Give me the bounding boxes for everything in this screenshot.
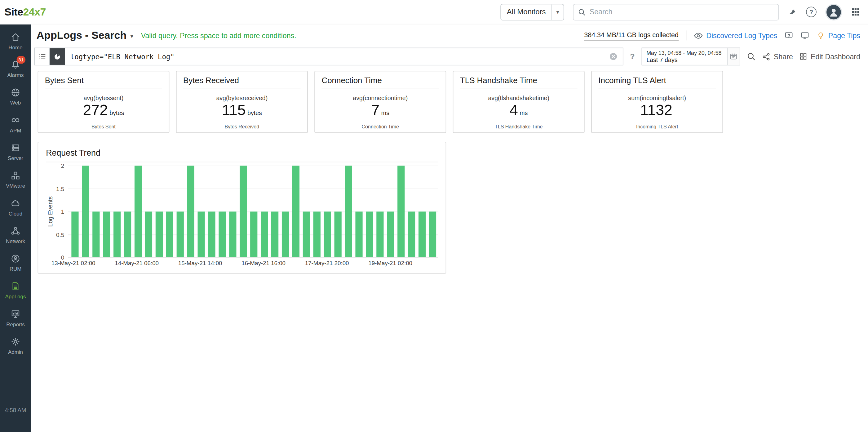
chart-bar[interactable] <box>250 211 257 257</box>
date-range-value: May 13, 04:58 - May 20, 04:58 <box>646 50 725 56</box>
query-help-icon[interactable]: ? <box>630 52 634 61</box>
date-range-picker[interactable]: May 13, 04:58 - May 20, 04:58 Last 7 day… <box>641 48 740 65</box>
chart-bar[interactable] <box>355 211 362 257</box>
share-icon <box>762 53 770 61</box>
user-avatar[interactable] <box>825 4 842 21</box>
all-monitors-dropdown[interactable]: All Monitors ▾ <box>501 4 564 21</box>
global-search-box[interactable] <box>573 4 779 21</box>
sidebar-item-reports[interactable]: Reports <box>0 304 31 332</box>
chart-bar[interactable] <box>292 165 300 257</box>
chart-bar[interactable] <box>418 211 426 257</box>
chart-bar[interactable] <box>366 211 373 257</box>
page-title-dropdown[interactable]: AppLogs - Search ▾ <box>37 29 133 41</box>
stat-card-connection-time[interactable]: Connection Time avg(connectiontime) 7 ms… <box>314 71 446 133</box>
chart-area: Log Events 21.510.50 13-May-21 02:0014-M… <box>46 165 438 269</box>
sidebar-item-label: Server <box>8 155 23 161</box>
chart-bar[interactable] <box>156 211 163 257</box>
stat-card-bytes-received[interactable]: Bytes Received avg(bytesreceived) 115 by… <box>176 71 308 133</box>
chart-bar[interactable] <box>282 211 289 257</box>
clear-query-icon[interactable] <box>609 52 618 61</box>
display-icon[interactable] <box>800 31 809 40</box>
sidebar-item-home[interactable]: Home <box>0 27 31 55</box>
chart-bar[interactable] <box>313 211 320 257</box>
topbar-right-cluster: All Monitors ▾ ? <box>501 4 860 21</box>
discovered-log-types-link[interactable]: Discovered Log Types <box>693 31 777 40</box>
query-input[interactable]: logtype="ELB Network Log" <box>70 53 609 61</box>
sidebar-item-alarms[interactable]: 31 Alarms <box>0 55 31 83</box>
edit-dashboard-button[interactable]: Edit Dashboard <box>800 53 860 61</box>
chart-bar[interactable] <box>408 211 415 257</box>
home-dashboard-icon[interactable] <box>785 31 794 40</box>
sidebar-item-rum[interactable]: RUM <box>0 249 31 276</box>
alarm-count-badge: 31 <box>17 56 26 64</box>
sidebar-item-server[interactable]: Server <box>0 138 31 165</box>
help-icon[interactable]: ? <box>806 6 816 17</box>
page-tips-button[interactable]: Page Tips <box>816 31 860 40</box>
chart-bar[interactable] <box>197 211 205 257</box>
chart-bar[interactable] <box>240 165 247 257</box>
infinity-icon <box>10 115 21 125</box>
chart-bar[interactable] <box>271 211 278 257</box>
stat-card-bytes-sent[interactable]: Bytes Sent avg(bytessent) 272 bytes Byte… <box>37 71 169 133</box>
chart-bar[interactable] <box>397 165 405 257</box>
chart-bar[interactable] <box>177 211 184 257</box>
chart-xtick-label: 17-May-21 20:00 <box>305 259 349 266</box>
stat-value: 7 <box>371 102 380 119</box>
chart-bar[interactable] <box>187 165 194 257</box>
chart-bar[interactable] <box>134 165 142 257</box>
chart-bar[interactable] <box>103 211 110 257</box>
sidebar-item-apm[interactable]: APM <box>0 110 31 138</box>
chart-bar[interactable] <box>261 211 268 257</box>
sidebar-item-label: Admin <box>8 349 23 355</box>
chart-bar[interactable] <box>208 211 215 257</box>
chart-bar[interactable] <box>324 211 331 257</box>
chart-bar[interactable] <box>387 211 394 257</box>
report-chart-icon <box>10 309 21 319</box>
chart-bar[interactable] <box>303 211 310 257</box>
stat-value: 1132 <box>640 102 672 119</box>
whats-new-icon[interactable] <box>788 7 797 17</box>
sidebar-item-network[interactable]: Network <box>0 221 31 248</box>
chart-bar[interactable] <box>71 211 79 257</box>
chart-bar[interactable] <box>145 211 152 257</box>
site24x7-logo[interactable]: Site24x7 <box>4 6 45 18</box>
chart-bar[interactable] <box>335 211 342 257</box>
chart-bar[interactable] <box>429 211 436 257</box>
sidebar-item-web[interactable]: Web <box>0 83 31 110</box>
chart-bar[interactable] <box>114 211 121 257</box>
sidebar-nav: Home 31 Alarms Web APM Server <box>0 25 31 432</box>
apps-grid-icon[interactable] <box>851 7 860 17</box>
calendar-icon <box>727 48 739 65</box>
chart-view-button[interactable] <box>50 48 65 65</box>
stat-card-footer: Bytes Sent <box>45 124 162 130</box>
global-search-input[interactable] <box>590 8 774 16</box>
chart-bar[interactable] <box>229 211 236 257</box>
stat-card-tls-handshake-time[interactable]: TLS Handshake Time avg(tlshandshaketime)… <box>453 71 585 133</box>
stat-card-incoming-tls-alert[interactable]: Incoming TLS Alert sum(incomingtlsalert)… <box>591 71 723 133</box>
sidebar-item-vmware[interactable]: VMware <box>0 165 31 193</box>
chart-bar[interactable] <box>345 165 352 257</box>
sidebar-item-applogs[interactable]: AppLogs <box>0 276 31 304</box>
valid-query-message: Valid query. Press space to add more con… <box>141 31 297 40</box>
all-monitors-label: All Monitors <box>507 8 546 16</box>
sidebar-item-admin[interactable]: Admin <box>0 332 31 360</box>
logo-text-site: Site <box>4 6 23 18</box>
chart-bar[interactable] <box>124 211 131 257</box>
chevron-down-icon: ▾ <box>130 32 133 39</box>
chart-bar[interactable] <box>219 211 226 257</box>
chart-xaxis: 13-May-21 02:0014-May-21 06:0015-May-21 … <box>68 257 438 269</box>
chart-bar[interactable] <box>166 211 173 257</box>
chart-bar[interactable] <box>92 211 99 257</box>
share-button[interactable]: Share <box>762 53 793 61</box>
chart-xtick-label: 13-May-21 02:00 <box>52 259 95 266</box>
sidebar-item-cloud[interactable]: Cloud <box>0 193 31 221</box>
log-usage-stat[interactable]: 384.34 MB/11 GB logs collected <box>584 31 679 40</box>
sidebar-clock: 4:58 AM <box>0 407 31 413</box>
page-tips-label: Page Tips <box>828 31 860 40</box>
chart-bar[interactable] <box>82 165 89 257</box>
list-view-button[interactable] <box>35 48 50 65</box>
run-search-icon[interactable] <box>746 52 755 61</box>
sidebar-item-label: Network <box>6 238 25 244</box>
stat-unit: ms <box>520 110 528 116</box>
chart-bar[interactable] <box>376 211 383 257</box>
